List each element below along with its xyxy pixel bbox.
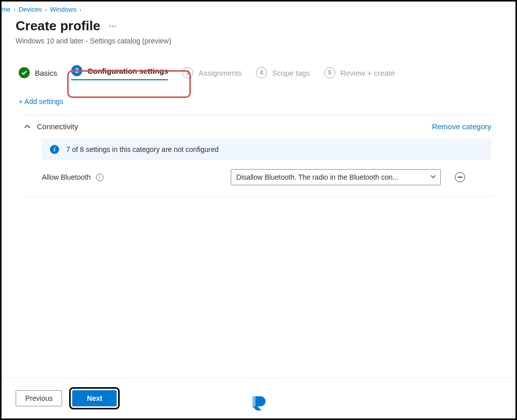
setting-label-text: Allow Bluetooth: [42, 173, 91, 181]
minus-icon: [458, 177, 462, 178]
brand-logo: [249, 393, 268, 411]
step-number-icon: 3: [182, 67, 193, 78]
breadcrumb-devices[interactable]: Devices: [19, 6, 42, 13]
info-message: 7 of 8 settings in this category are not…: [66, 145, 219, 153]
wizard-step-label: Configuration settings: [87, 67, 168, 75]
info-help-icon[interactable]: i: [96, 174, 104, 181]
chevron-down-icon: [430, 173, 436, 181]
step-number-icon: 2: [71, 65, 82, 76]
chevron-right-icon: ›: [45, 7, 47, 13]
setting-label: Allow Bluetooth i: [42, 173, 224, 181]
wizard-steps: Basics 2 Configuration settings 3 Assign…: [2, 45, 501, 85]
wizard-step-assignments[interactable]: 3 Assignments: [182, 67, 242, 78]
step-number-icon: 4: [256, 67, 267, 78]
previous-button[interactable]: Previous: [16, 390, 62, 406]
next-button[interactable]: Next: [72, 390, 117, 406]
breadcrumb-windows[interactable]: Windows: [50, 6, 77, 13]
more-icon[interactable]: ···: [110, 22, 117, 30]
step-number-icon: 5: [324, 67, 335, 78]
wizard-step-label: Review + create: [340, 69, 395, 77]
page-title: Create profile: [16, 18, 100, 34]
wizard-step-label: Assignments: [198, 69, 242, 77]
settings-section-connectivity: Connectivity Remove category i 7 of 8 se…: [24, 115, 493, 197]
info-bar: i 7 of 8 settings in this category are n…: [42, 139, 491, 160]
svg-rect-0: [252, 396, 255, 406]
chevron-right-icon: ›: [14, 7, 16, 13]
remove-category-link[interactable]: Remove category: [432, 122, 491, 131]
chevron-up-icon[interactable]: [24, 123, 31, 130]
info-icon: i: [50, 145, 59, 154]
remove-setting-button[interactable]: [455, 172, 465, 182]
wizard-step-basics[interactable]: Basics: [19, 67, 57, 78]
wizard-step-label: Basics: [35, 69, 57, 77]
bluetooth-select[interactable]: Disallow Bluetooth. The radio in the Blu…: [231, 169, 441, 185]
setting-row-allow-bluetooth: Allow Bluetooth i Disallow Bluetooth. Th…: [42, 169, 491, 185]
chevron-right-icon: ›: [79, 7, 81, 13]
wizard-step-scope-tags[interactable]: 4 Scope tags: [256, 67, 310, 78]
page-subtitle: Windows 10 and later - Settings catalog …: [16, 37, 501, 45]
wizard-step-review[interactable]: 5 Review + create: [324, 67, 395, 78]
checkmark-icon: [19, 67, 30, 78]
footer: Previous Next: [2, 378, 515, 418]
section-title: Connectivity: [37, 122, 78, 131]
wizard-step-configuration[interactable]: 2 Configuration settings: [71, 65, 168, 80]
add-settings-link[interactable]: + Add settings: [2, 85, 501, 106]
breadcrumb-home[interactable]: me: [2, 6, 11, 13]
wizard-step-label: Scope tags: [272, 69, 310, 77]
breadcrumb: me › Devices › Windows ›: [2, 2, 501, 13]
select-value: Disallow Bluetooth. The radio in the Blu…: [236, 173, 430, 181]
annotation-highlight-next: Next: [69, 387, 120, 409]
